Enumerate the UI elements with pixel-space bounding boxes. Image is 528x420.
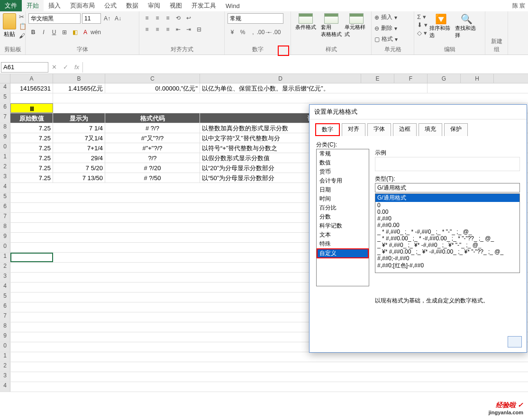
row-header[interactable]: 7: [0, 312, 10, 322]
row-header[interactable]: 8: [0, 322, 10, 332]
row-header[interactable]: 0: [0, 143, 10, 153]
table-format-button[interactable]: 套用 表格格式: [319, 13, 343, 38]
merge-icon[interactable]: ⊟: [194, 25, 204, 34]
cell[interactable]: 7.25: [10, 133, 53, 143]
sort-filter-button[interactable]: 🔽排序和筛选: [429, 13, 453, 39]
row-header[interactable]: 4: [0, 382, 10, 392]
file-tab[interactable]: 文件: [0, 0, 22, 11]
list-item[interactable]: #,##0: [375, 215, 519, 222]
list-item[interactable]: 会计专用: [317, 176, 369, 185]
row-header[interactable]: 1: [0, 253, 10, 262]
col-header-f[interactable]: F: [394, 74, 428, 83]
row-header[interactable]: 6: [0, 203, 10, 212]
row-header[interactable]: 9: [0, 133, 10, 143]
row-header[interactable]: 2: [0, 163, 10, 173]
tab-review[interactable]: 审阅: [143, 0, 165, 11]
indent-dec-icon[interactable]: ⇤: [173, 25, 183, 34]
font-size-select[interactable]: [82, 13, 101, 24]
col-header-h[interactable]: H: [461, 74, 494, 83]
increase-font-icon[interactable]: A↑: [102, 14, 112, 23]
underline-button[interactable]: U: [49, 27, 59, 37]
cell[interactable]: 7又1/4: [53, 133, 105, 143]
table-heading[interactable]: 格式代码: [105, 113, 200, 123]
list-item[interactable]: 货币: [317, 167, 369, 176]
cell[interactable]: 7+1/4: [53, 143, 105, 153]
cell[interactable]: 以亿为单位、保留五位小数。显示后缀“亿元”。: [200, 83, 428, 93]
row-header[interactable]: 0: [0, 342, 10, 352]
col-header-g[interactable]: G: [428, 74, 461, 83]
cell[interactable]: # ?/20: [105, 163, 200, 173]
autosum-icon[interactable]: Σ ▾: [417, 13, 428, 20]
formula-input[interactable]: [82, 62, 528, 73]
cell[interactable]: 7 13/50: [53, 173, 105, 183]
cell[interactable]: #"又"?/?: [105, 133, 200, 143]
align-center-icon[interactable]: ≡: [153, 25, 162, 34]
list-item[interactable]: 0.00: [375, 209, 519, 215]
row-header[interactable]: 2: [0, 362, 10, 372]
cell[interactable]: 0!.00000,"亿元": [105, 83, 200, 93]
cell[interactable]: 7 5/20: [53, 163, 105, 173]
align-mid-icon[interactable]: ≡: [153, 13, 162, 23]
row-header[interactable]: 6: [0, 302, 10, 312]
list-item[interactable]: #,##0;[红色]-#,##0: [375, 262, 519, 270]
font-color-button[interactable]: A: [81, 27, 90, 37]
font-name-select[interactable]: [28, 13, 81, 24]
cell[interactable]: 7.25: [10, 173, 53, 183]
align-top-icon[interactable]: ≡: [142, 13, 152, 23]
decrease-font-icon[interactable]: A↓: [113, 14, 123, 23]
list-item[interactable]: _ * #,##0_ ;_ * -#,##0_ ;_ * "-"_ ;_ @_: [375, 228, 519, 235]
fill-icon[interactable]: ⬇ ▾: [417, 21, 428, 28]
wrap-text-icon[interactable]: ↩: [184, 13, 193, 23]
enter-formula-icon[interactable]: ✓: [60, 64, 71, 71]
row-header[interactable]: 8: [0, 123, 10, 133]
list-item[interactable]: 日期: [317, 185, 369, 194]
list-item[interactable]: 分数: [317, 212, 369, 221]
list-item[interactable]: #,##0;-#,##0: [375, 255, 519, 262]
format-cells-button[interactable]: ▢格式 ▾: [374, 35, 398, 43]
fill-color-button[interactable]: ◧: [70, 27, 80, 37]
clear-icon[interactable]: ◇ ▾: [417, 29, 428, 37]
row-header[interactable]: 1: [0, 153, 10, 163]
orientation-icon[interactable]: ⟲: [173, 13, 183, 23]
list-item[interactable]: 时间: [317, 194, 369, 203]
bold-button[interactable]: B: [28, 27, 38, 37]
row-header[interactable]: 5: [0, 193, 10, 202]
row-header[interactable]: 5: [0, 93, 10, 103]
row-header[interactable]: 1: [0, 352, 10, 362]
align-bot-icon[interactable]: ≡: [163, 13, 173, 23]
cell[interactable]: #"+"?/?: [105, 143, 200, 153]
list-item[interactable]: 百分比: [317, 203, 369, 212]
col-header-e[interactable]: E: [361, 74, 394, 83]
paste-button[interactable]: 粘贴: [3, 13, 16, 38]
row-header[interactable]: 3: [0, 173, 10, 183]
dec-decimal-icon[interactable]: ←.00: [269, 27, 279, 37]
col-header-b[interactable]: B: [53, 74, 105, 83]
list-item-custom[interactable]: 自定义: [317, 248, 369, 258]
row-header[interactable]: 5: [0, 292, 10, 302]
cell[interactable]: 1.41565亿元: [53, 83, 105, 93]
tab-formula[interactable]: 公式: [100, 0, 121, 11]
active-cell[interactable]: [10, 253, 53, 262]
list-item[interactable]: G/通用格式: [375, 194, 519, 202]
tab-view[interactable]: 视图: [165, 0, 187, 11]
conditional-format-button[interactable]: 条件格式: [294, 13, 318, 31]
indent-inc-icon[interactable]: ⇥: [184, 25, 193, 34]
cell[interactable]: ?/?: [105, 153, 200, 163]
list-item[interactable]: 常规: [317, 149, 369, 158]
cell-style-button[interactable]: 单元格样式: [345, 13, 368, 38]
col-header-d[interactable]: D: [200, 74, 361, 83]
col-header-a[interactable]: A: [10, 74, 53, 83]
category-listbox[interactable]: 常规 数值 货币 会计专用 日期 时间 百分比 分数 科学记数 文本 特殊 自定…: [316, 149, 369, 286]
row-header[interactable]: 3: [0, 372, 10, 382]
list-item[interactable]: #,##0.00: [375, 222, 519, 228]
list-item[interactable]: _ * #,##0.00_ ;_ * -#,##0.00_ ;_ * "-"??…: [375, 235, 519, 242]
tab-dev[interactable]: 开发工具: [187, 0, 221, 11]
insert-cells-button[interactable]: ⊕插入 ▾: [374, 13, 397, 21]
delete-cells-button[interactable]: ⊖删除 ▾: [374, 24, 397, 32]
cell[interactable]: 7 1/4: [53, 123, 105, 133]
list-item[interactable]: _ ¥* #,##0.00_ ;_ ¥* -#,##0.00_ ;_ ¥* "-…: [375, 248, 519, 255]
cell[interactable]: 7.25: [10, 143, 53, 153]
cell[interactable]: 7.25: [10, 153, 53, 163]
dialog-ok-button[interactable]: [508, 336, 522, 347]
cell[interactable]: 7.25: [10, 163, 53, 173]
